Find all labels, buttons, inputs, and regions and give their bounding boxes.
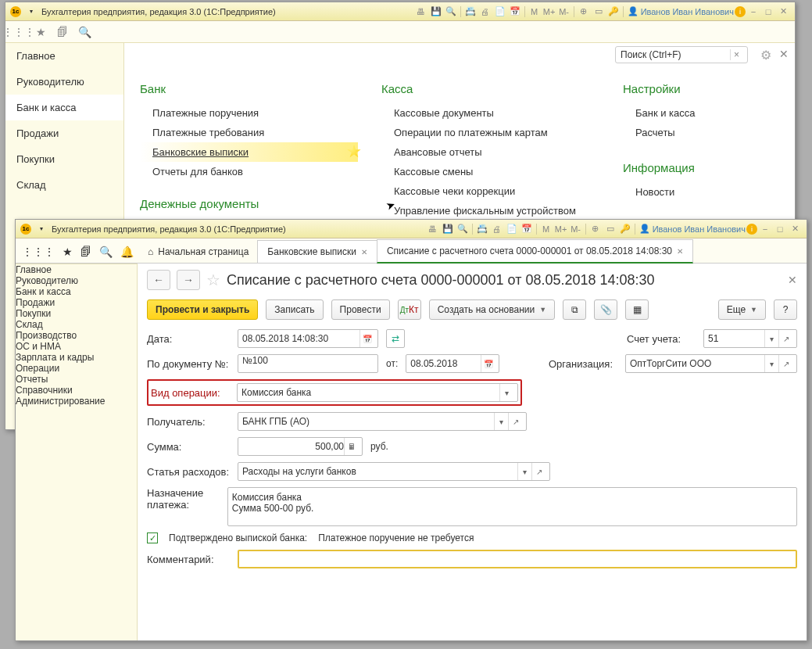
docs-icon[interactable]: 🗐 (80, 246, 91, 258)
m-icon[interactable]: M (539, 222, 553, 236)
apps-icon[interactable]: ⋮⋮⋮ (22, 246, 55, 258)
star-icon[interactable]: ★ (63, 246, 73, 258)
open-ref-icon[interactable]: ↗ (778, 355, 792, 372)
page-close-icon[interactable]: ✕ (788, 274, 797, 286)
section-link[interactable]: Кассовые чеки коррекции (381, 181, 599, 201)
section-link[interactable]: Кассовые документы (381, 103, 599, 123)
section-link[interactable]: Платежные поручения (140, 103, 358, 123)
close-icon[interactable]: ✕ (788, 222, 802, 236)
favorite-star-icon[interactable]: ☆ (206, 271, 220, 289)
sidebar-item[interactable]: Отчеты (16, 374, 137, 385)
section-link[interactable]: Отчеты для банков (140, 162, 358, 181)
tab-close-icon[interactable]: ✕ (677, 247, 683, 256)
list-icon[interactable]: ▭ (592, 5, 606, 19)
print2-icon[interactable]: 🖨 (478, 5, 492, 19)
calendar-picker-icon[interactable]: 📅 (359, 330, 374, 347)
user-icon[interactable]: 👤 (626, 5, 640, 19)
sidebar-item[interactable]: Покупки (5, 146, 123, 172)
sidebar-item[interactable]: Зарплата и кадры (16, 352, 137, 363)
org-input[interactable]: ОптТоргСити ООО▾↗ (625, 354, 797, 373)
nav-back-button[interactable]: ← (147, 270, 170, 290)
sidebar-item[interactable]: Руководителю (5, 69, 123, 95)
calendar-icon[interactable]: 📅 (520, 222, 534, 236)
attach-button[interactable]: 📎 (594, 299, 617, 320)
sidebar-item[interactable]: Склад (5, 172, 123, 198)
help-button[interactable]: ? (774, 299, 797, 320)
section-link[interactable]: Операции по платежным картам (381, 123, 599, 142)
post-button[interactable]: Провести (331, 299, 390, 320)
section-link[interactable]: Управление фискальным устройством (381, 201, 599, 221)
user-name[interactable]: Иванов Иван Иванович (653, 224, 746, 234)
m-icon[interactable]: M (528, 5, 542, 19)
post-close-button[interactable]: Провести и закрыть (147, 299, 258, 320)
calc-icon[interactable]: 📇 (475, 222, 489, 236)
doc-icon[interactable]: 📄 (505, 222, 519, 236)
maximize-icon[interactable]: □ (773, 222, 787, 236)
docdate-input[interactable]: 08.05.2018📅 (406, 354, 499, 373)
m-plus-icon[interactable]: M+ (542, 5, 556, 19)
section-link[interactable]: Расчеты (623, 123, 779, 142)
confirmed-checkbox[interactable]: ✓ (147, 532, 158, 543)
more-button[interactable]: Еще▼ (718, 299, 766, 320)
comment-input[interactable] (238, 550, 797, 568)
gear-icon[interactable]: ⚙ (760, 48, 771, 63)
nav-fwd-button[interactable]: → (177, 270, 200, 290)
sidebar-item[interactable]: Главное (16, 264, 137, 275)
create-based-button[interactable]: Создать на основании▼ (429, 299, 555, 320)
open-ref-icon[interactable]: ↗ (778, 330, 792, 347)
tab-bank-statements[interactable]: Банковские выписки ✕ (257, 240, 377, 263)
chevron-down-icon[interactable]: ▾ (764, 355, 778, 372)
star-icon[interactable]: ★ (34, 25, 48, 39)
chevron-down-icon[interactable]: ▾ (494, 413, 508, 430)
panel-close-icon[interactable]: ✕ (779, 48, 789, 60)
refresh-icon[interactable]: ⇄ (386, 329, 405, 348)
sidebar-item[interactable]: Склад (16, 319, 137, 330)
maximize-icon[interactable]: □ (761, 5, 775, 19)
print2-icon[interactable]: 🖨 (490, 222, 504, 236)
chevron-down-icon[interactable]: ▾ (517, 463, 531, 480)
purpose-textarea[interactable]: Комиссия банка Сумма 500-00 руб. (227, 487, 797, 526)
minimize-icon[interactable]: − (746, 5, 760, 19)
info-icon[interactable]: i (746, 224, 757, 235)
sidebar-item[interactable]: Банк и касса (16, 286, 137, 297)
sidebar-item[interactable]: Справочники (16, 385, 137, 396)
zoom-icon[interactable]: ⊕ (588, 222, 603, 236)
open-ref-icon[interactable]: ↗ (531, 463, 546, 480)
search-clear-icon[interactable]: × (730, 49, 742, 60)
dt-kt-button[interactable]: ДтКт (398, 299, 421, 320)
m-minus-icon[interactable]: M- (569, 222, 583, 236)
tab-close-icon[interactable]: ✕ (361, 248, 367, 256)
apps-icon[interactable]: ⋮⋮⋮ (12, 25, 26, 39)
calc-icon[interactable]: 📇 (463, 5, 478, 19)
section-link[interactable]: Платежные требования (140, 123, 358, 142)
calendar-icon[interactable]: 📅 (508, 5, 522, 19)
report-button[interactable]: ▦ (625, 299, 649, 320)
preview-icon[interactable]: 🔍 (456, 222, 470, 236)
open-ref-icon[interactable]: ↗ (508, 413, 522, 430)
sidebar-item[interactable]: Руководителю (16, 275, 137, 286)
chevron-down-icon[interactable]: ▾ (764, 330, 778, 347)
doc-icon[interactable]: 📄 (493, 5, 507, 19)
calendar-picker-icon[interactable]: 📅 (481, 355, 495, 372)
docs-icon[interactable]: 🗐 (55, 25, 70, 39)
sidebar-item[interactable]: Операции (16, 363, 137, 374)
recipient-input[interactable]: БАНК ГПБ (АО)▾↗ (238, 412, 527, 431)
date-input[interactable]: 08.05.2018 14:08:30📅 (238, 329, 378, 348)
sidebar-item[interactable]: Банк и касса (5, 95, 123, 120)
print-icon[interactable]: 🖶 (426, 222, 440, 236)
sidebar-item[interactable]: Продажи (5, 120, 123, 146)
zoom-icon[interactable]: ⊕ (577, 5, 591, 19)
account-input[interactable]: 51▾↗ (703, 329, 797, 348)
info-icon[interactable]: i (735, 6, 746, 17)
docno-input[interactable]: №100 (238, 354, 378, 373)
section-link-bank-statements[interactable]: Банковские выписки (140, 142, 358, 162)
print-icon[interactable]: 🖶 (414, 5, 428, 19)
tab-writeoff[interactable]: Списание с расчетного счета 0000-000001 … (377, 239, 693, 264)
sum-input[interactable]: 500,00🖩 (238, 437, 363, 456)
m-plus-icon[interactable]: M+ (554, 222, 568, 236)
sidebar-item[interactable]: Покупки (16, 308, 137, 319)
user-icon[interactable]: 👤 (638, 222, 652, 236)
section-link[interactable]: Кассовые смены (381, 162, 599, 181)
search-icon[interactable]: 🔍 (77, 25, 91, 39)
key-icon[interactable]: 🔑 (606, 5, 621, 19)
